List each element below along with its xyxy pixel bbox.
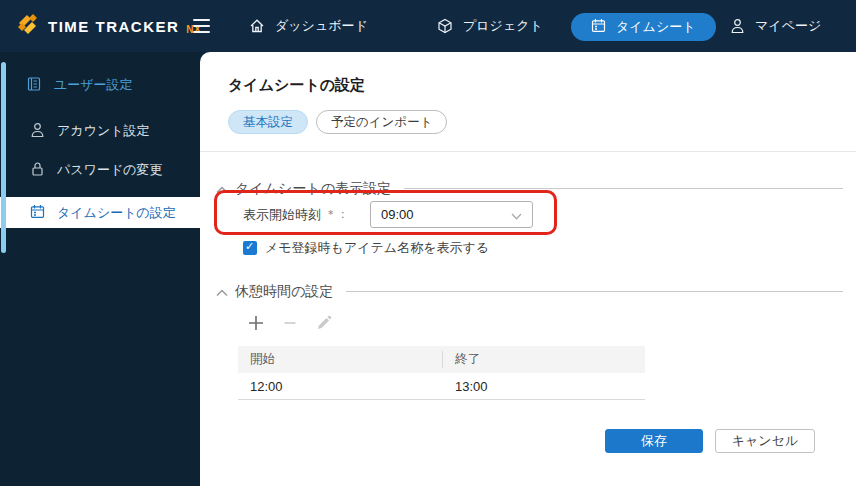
journal-icon xyxy=(26,76,42,95)
start-time-select[interactable]: 09:00 xyxy=(370,201,533,228)
section-header-break-settings[interactable]: 休憩時間の設定 xyxy=(216,282,843,301)
section-header-display-settings[interactable]: タイムシートの表示設定 xyxy=(216,179,843,198)
nav-item-label: プロジェクト xyxy=(463,17,543,35)
table-row[interactable]: 12:00 13:00 xyxy=(238,373,645,400)
nav-item-timesheet-active[interactable]: タイムシート xyxy=(571,13,716,41)
nav-item-label: ダッシュボード xyxy=(275,17,368,35)
sidebar-item-label: パスワードの変更 xyxy=(57,161,163,179)
settings-sidebar: ユーザー設定 アカウント設定 パスワードの変更 xyxy=(0,52,200,486)
break-table-toolbar xyxy=(246,313,334,333)
add-icon[interactable] xyxy=(246,313,266,333)
lock-icon xyxy=(30,161,45,180)
main-content-panel: タイムシートの設定 基本設定 予定のインポート タイムシートの表示設定 表示開始… xyxy=(200,52,856,486)
person-icon xyxy=(30,122,45,141)
edit-pencil-icon[interactable] xyxy=(314,313,334,333)
sidebar-item-change-password[interactable]: パスワードの変更 xyxy=(0,155,200,185)
chevron-up-icon xyxy=(216,283,228,301)
tab-schedule-import[interactable]: 予定のインポート xyxy=(316,110,447,134)
table-header-start: 開始 xyxy=(238,351,443,368)
tabs-separator-line xyxy=(200,151,856,152)
page-title: タイムシートの設定 xyxy=(228,76,365,95)
nav-item-label: マイページ xyxy=(755,17,821,35)
hamburger-menu-icon[interactable] xyxy=(193,19,210,33)
sidebar-item-timesheet-settings-selected[interactable]: タイムシートの設定 xyxy=(0,197,200,228)
calendar-icon xyxy=(30,204,45,222)
app-logo[interactable]: TIME TRACKER NX xyxy=(14,11,201,42)
save-button[interactable]: 保存 xyxy=(605,429,703,453)
nav-item-project[interactable]: プロジェクト xyxy=(437,0,543,52)
start-time-label: 表示開始時刻 xyxy=(243,206,321,224)
nav-item-label: タイムシート xyxy=(616,18,696,36)
required-mark: ＊： xyxy=(325,206,349,223)
break-start-value: 12:00 xyxy=(238,379,443,394)
person-icon xyxy=(730,18,745,34)
memo-checkbox-row[interactable]: メモ登録時もアイテム名称を表示する xyxy=(243,239,489,257)
section-rule-line xyxy=(404,188,843,189)
sidebar-scrollbar[interactable] xyxy=(1,62,6,253)
remove-icon[interactable] xyxy=(280,313,300,333)
calendar-icon xyxy=(591,18,606,36)
nav-item-mypage[interactable]: マイページ xyxy=(730,0,821,52)
start-time-field-row: 表示開始時刻 ＊： xyxy=(243,201,349,228)
top-navigation-bar: TIME TRACKER NX ダッシュボード xyxy=(0,0,856,52)
break-times-table: 開始 終了 12:00 13:00 xyxy=(238,346,645,400)
tab-basic-settings[interactable]: 基本設定 xyxy=(228,110,308,134)
nav-item-dashboard[interactable]: ダッシュボード xyxy=(249,0,368,52)
memo-checkbox-label: メモ登録時もアイテム名称を表示する xyxy=(265,239,489,257)
app-window: TIME TRACKER NX ダッシュボード xyxy=(0,0,856,486)
sidebar-item-label: タイムシートの設定 xyxy=(57,204,176,222)
start-time-select-value: 09:00 xyxy=(381,207,511,222)
settings-tabs: 基本設定 予定のインポート xyxy=(228,110,447,134)
logo-brand-text: TIME TRACKER xyxy=(48,18,179,35)
sidebar-item-account-settings[interactable]: アカウント設定 xyxy=(0,116,200,146)
break-end-value: 13:00 xyxy=(443,379,645,394)
checkbox-checked-icon[interactable] xyxy=(243,241,257,255)
chevron-down-icon xyxy=(511,206,522,224)
home-icon xyxy=(249,18,265,34)
sidebar-heading-label: ユーザー設定 xyxy=(54,76,133,94)
cube-icon xyxy=(437,18,453,34)
logo-zigzag-icon xyxy=(14,11,41,42)
cancel-button[interactable]: キャンセル xyxy=(715,429,815,453)
table-header-row: 開始 終了 xyxy=(238,346,645,373)
sidebar-item-label: アカウント設定 xyxy=(57,122,150,140)
table-header-end: 終了 xyxy=(443,351,645,368)
section-title: 休憩時間の設定 xyxy=(235,283,333,301)
chevron-up-icon xyxy=(216,180,228,198)
section-rule-line xyxy=(346,291,843,292)
sidebar-heading-user-settings[interactable]: ユーザー設定 xyxy=(0,70,200,100)
section-title: タイムシートの表示設定 xyxy=(235,180,391,198)
